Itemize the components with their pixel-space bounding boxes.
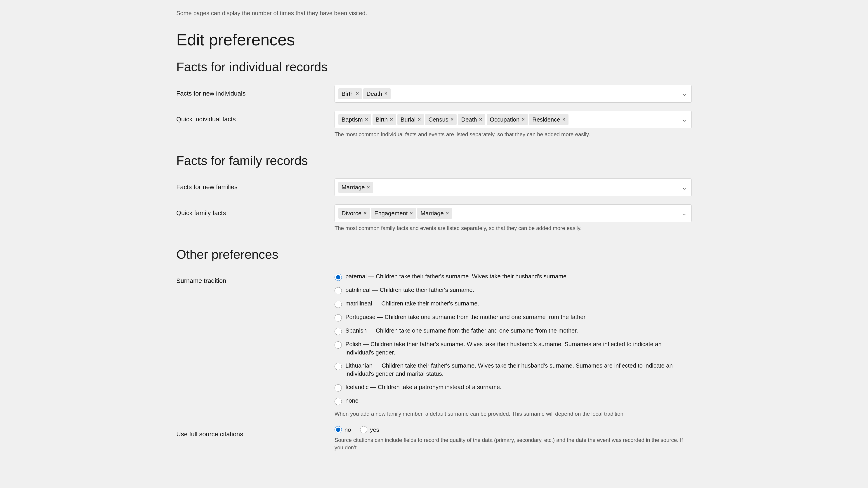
radio-icelandic[interactable]: [335, 384, 342, 392]
tag-residence: Residence ×: [529, 114, 568, 125]
radio-none-label: none —: [345, 396, 366, 404]
tag-baptism: Baptism ×: [338, 114, 371, 125]
tag-death-quick-remove[interactable]: ×: [479, 116, 482, 123]
tag-birth-quick-remove[interactable]: ×: [390, 116, 393, 123]
tag-occupation-remove[interactable]: ×: [522, 116, 525, 123]
radio-patrilineal[interactable]: [335, 287, 342, 294]
quick-family-facts-row: Quick family facts Divorce × Engagement …: [176, 204, 692, 232]
radio-polish-label: Polish — Children take their father's su…: [345, 340, 692, 357]
radio-lithuanian[interactable]: [335, 363, 342, 370]
tag-census-remove[interactable]: ×: [451, 116, 454, 123]
radio-option-spanish[interactable]: Spanish — Children take one surname from…: [335, 326, 692, 335]
tag-marriage-quick: Marriage ×: [417, 208, 452, 219]
radio-spanish-label: Spanish — Children take one surname from…: [345, 326, 578, 335]
quick-individual-facts-label: Quick individual facts: [176, 111, 335, 124]
facts-new-families-control: Marriage × ⌄: [335, 178, 692, 196]
radio-option-patrilineal[interactable]: patrilineal — Children take their father…: [335, 286, 692, 294]
tag-burial: Burial ×: [397, 114, 424, 125]
tag-residence-remove[interactable]: ×: [562, 116, 565, 123]
radio-none[interactable]: [335, 398, 342, 405]
radio-matrilineal[interactable]: [335, 301, 342, 308]
radio-polish[interactable]: [335, 341, 342, 349]
surname-tradition-hint: When you add a new family member, a defa…: [335, 410, 692, 418]
facts-new-families-label: Facts for new families: [176, 178, 335, 191]
tag-burial-remove[interactable]: ×: [418, 116, 421, 123]
facts-new-individuals-select[interactable]: Birth × Death × ⌄: [335, 85, 692, 103]
radio-option-paternal[interactable]: paternal — Children take their father's …: [335, 272, 692, 281]
chevron-down-icon-family: ⌄: [682, 183, 687, 192]
chevron-down-icon-quick: ⌄: [682, 115, 687, 124]
quick-individual-facts-select[interactable]: Baptism × Birth × Burial × Census ×: [335, 111, 692, 128]
radio-paternal[interactable]: [335, 273, 342, 281]
use-full-source-citations-label: Use full source citations: [176, 426, 335, 438]
facts-new-individuals-label: Facts for new individuals: [176, 85, 335, 98]
radio-yes-label: yes: [370, 426, 379, 434]
other-preferences-title: Other preferences: [176, 246, 692, 263]
radio-icelandic-label: Icelandic — Children take a patronym ins…: [345, 383, 502, 391]
family-records-section: Facts for family records Facts for new f…: [176, 152, 692, 232]
tag-death-individual-remove[interactable]: ×: [384, 90, 388, 97]
radio-option-icelandic[interactable]: Icelandic — Children take a patronym ins…: [335, 383, 692, 392]
quick-individual-facts-control: Baptism × Birth × Burial × Census ×: [335, 111, 692, 138]
tag-divorce-remove[interactable]: ×: [364, 210, 367, 217]
individual-records-section: Facts for individual records Facts for n…: [176, 58, 692, 138]
tag-marriage-family-remove[interactable]: ×: [367, 184, 370, 191]
tag-engagement: Engagement ×: [371, 208, 416, 219]
radio-option-no[interactable]: no: [335, 426, 351, 434]
individual-records-title: Facts for individual records: [176, 58, 692, 76]
tag-marriage-family: Marriage ×: [338, 182, 373, 193]
tag-marriage-quick-remove[interactable]: ×: [446, 210, 449, 217]
radio-option-lithuanian[interactable]: Lithuanian — Children take their father'…: [335, 361, 692, 378]
surname-tradition-label: Surname tradition: [176, 272, 335, 285]
tag-death-individual: Death ×: [363, 88, 391, 99]
radio-portuguese[interactable]: [335, 314, 342, 322]
radio-yes[interactable]: [360, 426, 367, 433]
tag-baptism-remove[interactable]: ×: [365, 116, 368, 123]
radio-spanish[interactable]: [335, 328, 342, 335]
chevron-down-icon: ⌄: [682, 89, 687, 98]
tag-birth-individual-remove[interactable]: ×: [356, 90, 359, 97]
tag-census: Census ×: [425, 114, 457, 125]
facts-new-individuals-row: Facts for new individuals Birth × Death …: [176, 85, 692, 103]
quick-individual-facts-row: Quick individual facts Baptism × Birth ×…: [176, 111, 692, 138]
radio-option-portuguese[interactable]: Portuguese — Children take one surname f…: [335, 313, 692, 322]
quick-family-facts-hint: The most common family facts and events …: [335, 224, 692, 232]
surname-tradition-group: paternal — Children take their father's …: [335, 272, 692, 418]
radio-patrilineal-label: patrilineal — Children take their father…: [345, 286, 474, 294]
facts-new-families-row: Facts for new families Marriage × ⌄: [176, 178, 692, 196]
facts-new-individuals-control: Birth × Death × ⌄: [335, 85, 692, 103]
other-preferences-section: Other preferences Surname tradition pate…: [176, 246, 692, 451]
quick-individual-facts-hint: The most common individual facts and eve…: [335, 131, 692, 138]
use-full-source-citations-group: no yes: [335, 426, 692, 434]
radio-portuguese-label: Portuguese — Children take one surname f…: [345, 313, 587, 321]
use-full-source-citations-control: no yes Source citations can include fiel…: [335, 426, 692, 451]
tag-birth-individual: Birth ×: [338, 88, 362, 99]
radio-no[interactable]: [335, 426, 342, 433]
facts-new-families-select[interactable]: Marriage × ⌄: [335, 178, 692, 196]
radio-paternal-label: paternal — Children take their father's …: [345, 272, 568, 281]
radio-no-label: no: [344, 426, 351, 434]
family-records-title: Facts for family records: [176, 152, 692, 169]
surname-tradition-row: Surname tradition paternal — Children ta…: [176, 272, 692, 418]
tag-death-quick: Death ×: [458, 114, 485, 125]
radio-option-matrilineal[interactable]: matrilineal — Children take their mother…: [335, 299, 692, 308]
quick-family-facts-select[interactable]: Divorce × Engagement × Marriage × ⌄: [335, 204, 692, 222]
tag-occupation: Occupation ×: [487, 114, 528, 125]
tag-divorce: Divorce ×: [338, 208, 370, 219]
radio-option-yes[interactable]: yes: [360, 426, 379, 434]
radio-option-none[interactable]: none —: [335, 396, 692, 405]
page-container: Some pages can display the number of tim…: [140, 0, 728, 483]
chevron-down-icon-quick-family: ⌄: [682, 209, 687, 218]
page-title: Edit preferences: [176, 29, 692, 51]
use-full-source-citations-row: Use full source citations no yes Source …: [176, 426, 692, 451]
radio-lithuanian-label: Lithuanian — Children take their father'…: [345, 361, 692, 378]
quick-family-facts-label: Quick family facts: [176, 204, 335, 217]
radio-matrilineal-label: matrilineal — Children take their mother…: [345, 299, 479, 307]
tag-birth-quick: Birth ×: [373, 114, 396, 125]
tag-engagement-remove[interactable]: ×: [410, 210, 413, 217]
top-note: Some pages can display the number of tim…: [176, 9, 692, 17]
radio-option-polish[interactable]: Polish — Children take their father's su…: [335, 340, 692, 357]
quick-family-facts-control: Divorce × Engagement × Marriage × ⌄ The …: [335, 204, 692, 232]
source-citations-hint: Source citations can include fields to r…: [335, 436, 692, 451]
